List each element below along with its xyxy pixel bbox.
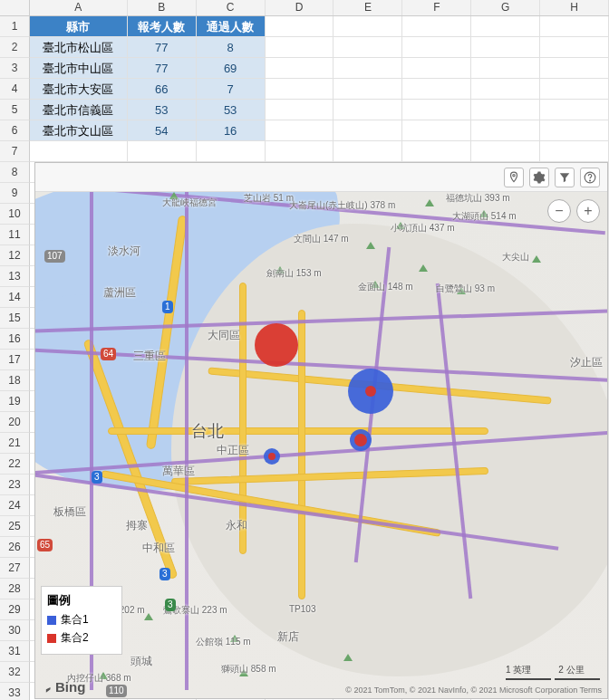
col-E[interactable]: E [334,0,402,15]
row-header-22[interactable]: 22 [0,454,30,475]
cell-B6[interactable]: 54 [128,120,197,141]
cell-E7[interactable] [334,141,402,162]
cell-E2[interactable] [334,37,402,58]
row-header-15[interactable]: 15 [0,308,30,329]
cell-B1[interactable]: 報考人數 [128,16,197,37]
row-header-30[interactable]: 30 [0,620,30,641]
cell-E6[interactable] [334,120,402,141]
cell-A6[interactable]: 臺北市文山區 [30,120,128,141]
cell-A3[interactable]: 臺北市中山區 [30,58,128,79]
cell-C1[interactable]: 通過人數 [197,16,266,37]
row-header-9[interactable]: 9 [0,183,30,204]
cell-C7[interactable] [197,141,266,162]
cell-B3[interactable]: 77 [128,58,197,79]
cell-H3[interactable] [540,58,609,79]
cell-E5[interactable] [334,100,402,120]
map-chart[interactable]: 淡水河 蘆洲區 三重區 大同區 台北 中正區 萬華區 板橋區 永和 中和區 新店… [34,162,608,699]
cell-D1[interactable] [266,16,334,37]
cell-H5[interactable] [540,100,609,120]
row-header-7[interactable]: 7 [0,141,30,162]
cell-B7[interactable] [128,141,197,162]
col-B[interactable]: B [128,0,197,15]
cell-C3[interactable]: 69 [197,58,266,79]
cell-E4[interactable] [334,79,402,100]
col-C[interactable]: C [197,0,266,15]
cell-H1[interactable] [540,16,609,37]
cell-F2[interactable] [402,37,471,58]
cell-F6[interactable] [402,120,471,141]
cell-F5[interactable] [402,100,471,120]
row-header-14[interactable]: 14 [0,287,30,308]
row-header-20[interactable]: 20 [0,412,30,433]
zoom-out-button[interactable]: − [547,199,571,223]
cell-G6[interactable] [471,120,540,141]
cell-B5[interactable]: 53 [128,100,197,120]
cell-G3[interactable] [471,58,540,79]
map-canvas[interactable]: 淡水河 蘆洲區 三重區 大同區 台北 中正區 萬華區 板橋區 永和 中和區 新店… [35,192,607,698]
row-header-27[interactable]: 27 [0,558,30,579]
cell-B4[interactable]: 66 [128,79,197,100]
cell-D5[interactable] [266,100,334,120]
cell-D4[interactable] [266,79,334,100]
row-header-19[interactable]: 19 [0,391,30,412]
row-header-32[interactable]: 32 [0,662,30,683]
cell-D7[interactable] [266,141,334,162]
zoom-in-button[interactable]: + [576,199,600,223]
cell-H6[interactable] [540,120,609,141]
row-header-31[interactable]: 31 [0,641,30,662]
cell-B2[interactable]: 77 [128,37,197,58]
row-header-29[interactable]: 29 [0,599,30,620]
col-H[interactable]: H [540,0,609,15]
row-header-28[interactable]: 28 [0,579,30,599]
row-header-1[interactable]: 1 [0,16,30,37]
row-header-18[interactable]: 18 [0,370,30,391]
cell-D3[interactable] [266,58,334,79]
cell-G1[interactable] [471,16,540,37]
cell-C4[interactable]: 7 [197,79,266,100]
cell-G5[interactable] [471,100,540,120]
cell-A2[interactable]: 臺北市松山區 [30,37,128,58]
row-header-4[interactable]: 4 [0,79,30,100]
row-header-2[interactable]: 2 [0,37,30,58]
cell-A7[interactable] [30,141,128,162]
gear-icon[interactable] [529,168,549,187]
col-A[interactable]: A [30,0,128,15]
row-header-24[interactable]: 24 [0,495,30,516]
col-D[interactable]: D [266,0,334,15]
cell-F1[interactable] [402,16,471,37]
col-F[interactable]: F [402,0,471,15]
cell-G4[interactable] [471,79,540,100]
cell-C6[interactable]: 16 [197,120,266,141]
cell-H4[interactable] [540,79,609,100]
bubble-red-1[interactable] [255,323,298,367]
row-header-8[interactable]: 8 [0,162,30,183]
help-icon[interactable] [580,168,600,187]
row-header-3[interactable]: 3 [0,58,30,79]
cell-C2[interactable]: 8 [197,37,266,58]
row-header-21[interactable]: 21 [0,433,30,454]
row-header-10[interactable]: 10 [0,204,30,225]
cell-D6[interactable] [266,120,334,141]
pin-icon[interactable] [504,168,524,187]
cell-D2[interactable] [266,37,334,58]
cell-G2[interactable] [471,37,540,58]
cell-H7[interactable] [540,141,609,162]
row-header-25[interactable]: 25 [0,516,30,537]
row-header-26[interactable]: 26 [0,537,30,558]
cell-A5[interactable]: 臺北市信義區 [30,100,128,120]
row-header-12[interactable]: 12 [0,245,30,266]
row-header-16[interactable]: 16 [0,329,30,350]
cell-F7[interactable] [402,141,471,162]
col-G[interactable]: G [471,0,540,15]
row-header-13[interactable]: 13 [0,266,30,287]
row-header-23[interactable]: 23 [0,475,30,495]
cell-A4[interactable]: 臺北市大安區 [30,79,128,100]
cell-C5[interactable]: 53 [197,100,266,120]
row-header-6[interactable]: 6 [0,120,30,141]
row-header-5[interactable]: 5 [0,100,30,120]
cell-E3[interactable] [334,58,402,79]
cell-H2[interactable] [540,37,609,58]
row-header-17[interactable]: 17 [0,350,30,370]
cell-E1[interactable] [334,16,402,37]
cell-F3[interactable] [402,58,471,79]
